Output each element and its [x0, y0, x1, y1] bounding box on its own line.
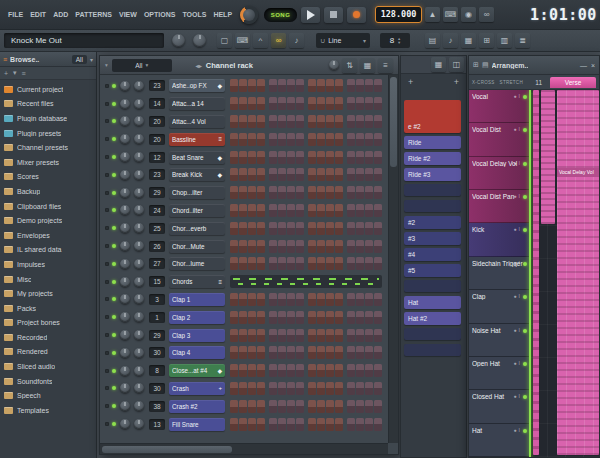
tiles-icon[interactable]: ▤ — [482, 61, 489, 69]
channel-select-led[interactable] — [105, 333, 109, 337]
channel-pan-knob[interactable] — [120, 366, 130, 376]
track-fader-icon[interactable]: Ι — [519, 126, 520, 132]
step-cell[interactable] — [239, 346, 247, 359]
step-cell[interactable] — [365, 257, 373, 270]
step-cell[interactable] — [374, 168, 382, 181]
step-cell[interactable] — [365, 346, 373, 359]
scrollbar-thumb[interactable] — [390, 77, 397, 167]
midi-link-icon[interactable]: ∞ — [271, 33, 286, 48]
channel-pan-knob[interactable] — [120, 116, 130, 126]
channel-select-led[interactable] — [105, 119, 109, 123]
step-sequencer-row[interactable] — [230, 418, 382, 431]
step-cell[interactable] — [296, 240, 304, 253]
step-cell[interactable] — [347, 418, 355, 431]
step-cell[interactable] — [317, 329, 325, 342]
step-cell[interactable] — [296, 311, 304, 324]
browser-item[interactable]: Mixer presets — [0, 155, 96, 170]
step-cell[interactable] — [230, 240, 238, 253]
channel-volume-knob[interactable] — [134, 99, 144, 109]
step-cell[interactable] — [365, 115, 373, 128]
step-cell[interactable] — [269, 79, 277, 92]
step-cell[interactable] — [308, 204, 316, 217]
channel-button[interactable]: Clap 3 — [169, 329, 225, 342]
channel-button[interactable]: Attac...4 Vol — [169, 115, 225, 128]
step-sequencer-row[interactable] — [230, 97, 382, 110]
step-cell[interactable] — [347, 257, 355, 270]
step-cell[interactable] — [248, 115, 256, 128]
step-cell[interactable] — [257, 79, 265, 92]
step-cell[interactable] — [257, 257, 265, 270]
pattern-item[interactable]: Hat #2 — [404, 312, 461, 325]
channel-filter-select[interactable]: All ▾ — [112, 59, 172, 72]
step-cell[interactable] — [248, 168, 256, 181]
step-cell[interactable] — [239, 382, 247, 395]
playlist-track[interactable]: Clap ● Ι — [469, 290, 529, 323]
playlist-track[interactable]: Hat ● Ι — [469, 424, 529, 457]
step-cell[interactable] — [287, 204, 295, 217]
step-cell[interactable] — [308, 400, 316, 413]
track-active-led[interactable] — [523, 128, 527, 132]
step-cell[interactable] — [347, 364, 355, 377]
step-cell[interactable] — [356, 400, 364, 413]
play-button[interactable] — [301, 7, 320, 23]
browser-item[interactable]: Channel presets — [0, 140, 96, 155]
step-cell[interactable] — [356, 151, 364, 164]
step-cell[interactable] — [278, 364, 286, 377]
playlist-track[interactable]: Vocal Delay Vol ● Ι — [469, 157, 529, 190]
step-cell[interactable] — [269, 133, 277, 146]
step-cell[interactable] — [239, 240, 247, 253]
playlist-track[interactable]: Open Hat ● Ι — [469, 357, 529, 390]
browser-item[interactable]: Soundfonts — [0, 374, 96, 389]
step-cell[interactable] — [239, 364, 247, 377]
list-toggle-icon[interactable]: ≣ — [515, 33, 530, 48]
step-cell[interactable] — [326, 364, 334, 377]
step-cell[interactable] — [287, 115, 295, 128]
step-cell[interactable] — [230, 346, 238, 359]
detach-icon[interactable]: ◫ — [449, 57, 464, 72]
step-cell[interactable] — [317, 346, 325, 359]
channel-select-led[interactable] — [105, 369, 109, 373]
step-cell[interactable] — [269, 382, 277, 395]
pattern-item[interactable]: Ride #3 — [404, 168, 461, 181]
step-cell[interactable] — [365, 418, 373, 431]
step-cell[interactable] — [326, 293, 334, 306]
step-cell[interactable] — [287, 97, 295, 110]
step-cell[interactable] — [326, 382, 334, 395]
step-cell[interactable] — [347, 329, 355, 342]
step-sequencer-row[interactable] — [230, 79, 382, 92]
xcross-label[interactable]: X-CROSS — [472, 80, 495, 85]
step-cell[interactable] — [239, 222, 247, 235]
step-cell[interactable] — [269, 97, 277, 110]
pattern-item[interactable]: #4 — [404, 248, 461, 261]
step-cell[interactable] — [248, 293, 256, 306]
typing-to-piano-icon[interactable]: ⌨ — [235, 33, 250, 48]
channel-select-led[interactable] — [105, 84, 109, 88]
step-cell[interactable] — [230, 186, 238, 199]
channel-mute-led[interactable] — [112, 404, 116, 408]
step-cell[interactable] — [335, 79, 343, 92]
step-cell[interactable] — [287, 240, 295, 253]
step-cell[interactable] — [308, 222, 316, 235]
channel-mute-led[interactable] — [112, 297, 116, 301]
pattern-item[interactable] — [404, 280, 461, 292]
step-cell[interactable] — [257, 115, 265, 128]
step-cell[interactable] — [374, 382, 382, 395]
step-cell[interactable] — [287, 346, 295, 359]
step-cell[interactable] — [278, 240, 286, 253]
channel-pan-knob[interactable] — [120, 259, 130, 269]
channel-button[interactable]: Crash + — [169, 382, 225, 395]
step-cell[interactable] — [335, 382, 343, 395]
step-cell[interactable] — [239, 186, 247, 199]
step-cell[interactable] — [374, 79, 382, 92]
track-active-led[interactable] — [523, 95, 527, 99]
browser-item[interactable]: Packs — [0, 301, 96, 316]
browser-item[interactable]: Plugin database — [0, 111, 96, 126]
step-cell[interactable] — [269, 346, 277, 359]
step-cell[interactable] — [248, 400, 256, 413]
step-cell[interactable] — [287, 257, 295, 270]
step-cell[interactable] — [296, 79, 304, 92]
step-sequencer-row[interactable] — [230, 364, 382, 377]
step-cell[interactable] — [296, 257, 304, 270]
step-cell[interactable] — [374, 151, 382, 164]
piano-roll-toggle-icon[interactable]: ♪ — [443, 33, 458, 48]
